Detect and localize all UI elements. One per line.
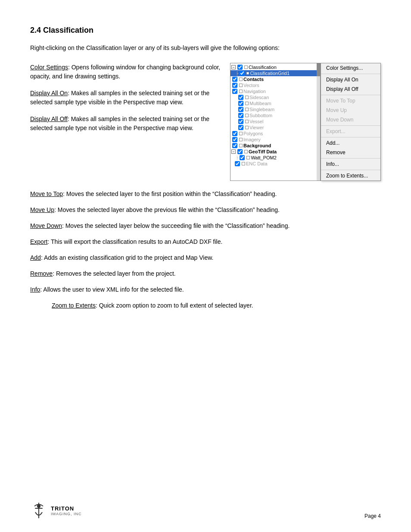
menu-move-up[interactable]: Move Up — [321, 106, 380, 115]
term-move-up: Move Up — [30, 206, 54, 213]
square-viewer — [245, 126, 249, 129]
menu-display-all-on[interactable]: Display All On — [321, 75, 380, 84]
term-display-all-on: Display All On — [30, 90, 68, 96]
context-menu: Color Settings... Display All On Display… — [321, 63, 381, 181]
tree-row-encdata[interactable]: ENC Data — [230, 161, 320, 167]
menu-add[interactable]: Add... — [321, 138, 380, 148]
tree-scrollbar[interactable] — [317, 63, 320, 180]
checkbox-vectors[interactable] — [232, 83, 237, 88]
checkbox-viewer[interactable] — [238, 125, 243, 130]
label-imagery: Imagery — [243, 137, 261, 142]
desc-info: Info: Allows the user to view XML info f… — [30, 285, 381, 294]
checkbox-background[interactable] — [232, 143, 237, 148]
text-move-up: : Moves the selected layer above the pre… — [54, 206, 280, 213]
tree-row-polygons[interactable]: Polygons — [230, 131, 320, 137]
menu-move-to-top[interactable]: Move To Top — [321, 96, 380, 106]
tree-row-vessel[interactable]: Vessel — [230, 118, 320, 124]
collapse-classification[interactable]: − — [231, 65, 236, 69]
logo-area: TRITON IMAGING, INC — [30, 502, 82, 519]
tree-row-classification[interactable]: − Classification — [230, 64, 320, 70]
text-remove: : Removes the selected layer from the pr… — [53, 270, 176, 277]
svg-rect-1 — [35, 508, 43, 509]
tree-row-imagery[interactable]: Imagery — [230, 137, 320, 143]
checkbox-contacts[interactable] — [232, 77, 237, 82]
square-contacts — [239, 78, 243, 81]
menu-remove[interactable]: Remove — [321, 148, 380, 157]
square-background — [239, 144, 243, 147]
checkbox-imagery[interactable] — [232, 137, 237, 142]
scrollbar-thumb[interactable] — [317, 63, 320, 76]
tree-row-singlebeam[interactable]: Singlebeam — [230, 106, 320, 112]
square-classificationgrid1 — [246, 72, 249, 75]
tree-row-multibeam[interactable]: Multibeam — [230, 100, 320, 106]
menu-zoom-extents[interactable]: Zoom to Extents... — [321, 171, 380, 180]
menu-display-all-off[interactable]: Display All Off — [321, 84, 380, 94]
square-vessel — [245, 120, 249, 123]
checkbox-vessel[interactable] — [238, 119, 243, 124]
checkbox-wattpom2[interactable] — [240, 155, 245, 160]
label-multibeam: Multibeam — [249, 101, 271, 106]
square-navigation — [239, 90, 243, 93]
right-panel: − Classification ├ ClassificationGrid1 — [230, 63, 381, 181]
label-encdata: ENC Data — [246, 161, 268, 166]
checkbox-sidescan[interactable] — [238, 95, 243, 100]
text-add: : Adds an existing classification grid t… — [41, 254, 214, 261]
desc-display-all-off: Display All Off: Makes all samples in th… — [30, 115, 221, 133]
square-encdata — [242, 162, 245, 165]
term-color-settings: Color Settings — [30, 64, 68, 71]
checkbox-navigation[interactable] — [232, 89, 237, 94]
triton-logo-icon — [30, 502, 47, 519]
square-wattpom2 — [246, 156, 250, 159]
desc-remove: Remove: Removes the selected layer from … — [30, 269, 381, 278]
collapse-geotiff[interactable]: − — [231, 149, 236, 154]
page-content: 2.4 Classification Right-clicking on the… — [0, 0, 411, 352]
tree-row-viewer[interactable]: Viewer — [230, 124, 320, 131]
term-display-all-off: Display All Off — [30, 115, 68, 122]
term-zoom-extents: Zoom to Extents — [52, 302, 96, 309]
tree-row-vectors[interactable]: Vectors — [230, 82, 320, 88]
checkbox-classification[interactable] — [237, 65, 243, 70]
label-geotiff: GeoTiff Data — [249, 149, 277, 154]
tree-row-classificationgrid1[interactable]: ├ ClassificationGrid1 — [230, 70, 320, 76]
desc-add: Add: Adds an existing classification gri… — [30, 253, 381, 262]
tree-row-geotiff[interactable]: − GeoTiff Data — [230, 149, 320, 155]
tree-row-sidescan[interactable]: Sidescan — [230, 94, 320, 100]
term-remove: Remove — [30, 270, 53, 277]
tree-row-contacts[interactable]: Contacts — [230, 76, 320, 82]
checkbox-classificationgrid1[interactable] — [240, 71, 245, 76]
separator-1 — [321, 74, 380, 74]
page-number: Page 4 — [364, 513, 381, 519]
label-singlebeam: Singlebeam — [249, 107, 274, 112]
label-subbottom: Subbottom — [249, 113, 272, 118]
term-info: Info — [30, 286, 40, 293]
label-wattpom2: Watt_POM2 — [251, 155, 277, 160]
desc-move-to-top: Move to Top: Moves the selected layer to… — [30, 190, 381, 199]
menu-color-settings[interactable]: Color Settings... — [321, 63, 380, 73]
tree-row-background[interactable]: Background — [230, 143, 320, 149]
menu-export[interactable]: Export... — [321, 127, 380, 136]
tree-row-navigation[interactable]: Navigation — [230, 88, 320, 94]
checkbox-singlebeam[interactable] — [238, 107, 243, 112]
logo-text-group: TRITON IMAGING, INC — [51, 505, 82, 516]
tree-row-wattpom2[interactable]: ├ Watt_POM2 — [230, 155, 320, 161]
label-viewer: Viewer — [249, 125, 264, 130]
separator-5 — [321, 158, 380, 159]
text-info: : Allows the user to view XML info for t… — [40, 286, 184, 293]
square-polygons — [239, 132, 243, 135]
square-multibeam — [245, 102, 249, 105]
checkbox-geotiff[interactable] — [237, 149, 243, 154]
text-export: : This will export the classification re… — [47, 238, 222, 245]
label-sidescan: Sidescan — [249, 95, 269, 100]
separator-6 — [321, 170, 380, 170]
checkbox-polygons[interactable] — [232, 131, 237, 136]
separator-2 — [321, 95, 380, 95]
label-classificationgrid1: ClassificationGrid1 — [250, 71, 290, 76]
square-vectors — [239, 84, 243, 87]
menu-info[interactable]: Info... — [321, 159, 380, 169]
menu-move-down[interactable]: Move Down — [321, 115, 380, 124]
checkbox-subbottom[interactable] — [238, 113, 243, 118]
tree-row-subbottom[interactable]: Subbottom — [230, 112, 320, 118]
checkbox-multibeam[interactable] — [238, 101, 243, 106]
term-export: Export — [30, 238, 47, 245]
checkbox-encdata[interactable] — [235, 161, 240, 166]
